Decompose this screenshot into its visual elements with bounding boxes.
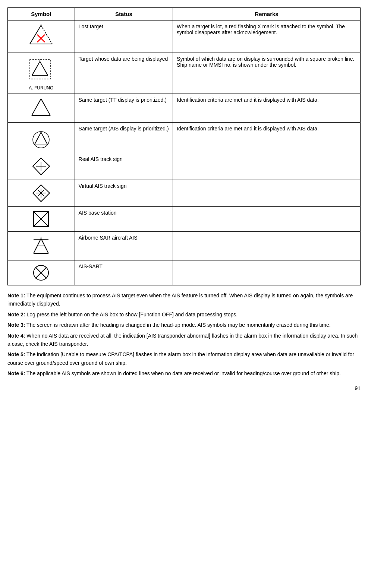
symbol-lost-target [8, 20, 75, 53]
note-3-label: Note 3: [7, 322, 25, 328]
note-4-text: When no AIS data are received at all, th… [7, 333, 358, 347]
table-row: AIS-SART [8, 260, 361, 285]
symbol-ais-base [8, 207, 75, 232]
note-1-label: Note 1: [7, 293, 25, 298]
note-1: Note 1: The equipment continues to proce… [7, 291, 361, 308]
svg-line-12 [32, 99, 41, 116]
status-real-ais: Real AIS track sign [75, 153, 173, 180]
note-3-text: The screen is redrawn after the heading … [25, 322, 330, 328]
note-4: Note 4: When no AIS data are received at… [7, 332, 361, 348]
status-ais-base: AIS base station [75, 207, 173, 232]
note-4-label: Note 4: [7, 333, 25, 339]
symbol-ais-sart [8, 260, 75, 285]
status-same-tt: Same target (TT display is prioritized.) [75, 94, 173, 123]
table-row: AIS base station [8, 207, 361, 232]
symbol-same-target-tt [8, 94, 75, 123]
note-6: Note 6: The applicable AIS symbols are s… [7, 369, 361, 377]
table-row: Airborne SAR aircraft AIS [8, 232, 361, 260]
table-row: Virtual AIS track sign [8, 180, 361, 207]
note-6-label: Note 6: [7, 370, 25, 376]
col-header-status: Status [75, 8, 173, 20]
status-airborne: Airborne SAR aircraft AIS [75, 232, 173, 260]
svg-line-1 [30, 25, 41, 44]
note-2-label: Note 2: [7, 312, 25, 317]
note-5-text: The indication [Unable to measure CPA/TC… [7, 351, 354, 366]
svg-line-8 [32, 61, 40, 75]
remarks-airborne [173, 232, 361, 260]
table-row: Same target (TT display is prioritized.)… [8, 94, 361, 123]
symbol-airborne-sar [8, 232, 75, 260]
remarks-lost-target: When a target is lot, a red flashing X m… [173, 20, 361, 53]
note-2-text: Log press the left button on the AIS box… [25, 312, 238, 317]
status-target-data: Target whose data are being displayed [75, 53, 173, 94]
svg-line-11 [41, 99, 50, 116]
remarks-same-ais: Identification criteria are met and it i… [173, 123, 361, 153]
note-2: Note 2: Log press the left button on the… [7, 310, 361, 319]
col-header-symbol: Symbol [8, 8, 75, 20]
note-6-text: The applicable AIS symbols are shown in … [25, 370, 340, 376]
svg-line-0 [41, 25, 52, 44]
notes-section: Note 1: The equipment continues to proce… [7, 291, 361, 378]
status-lost-target: Lost target [75, 20, 173, 53]
table-row: Same target (AIS display is prioritized.… [8, 123, 361, 153]
page-number: 91 [7, 385, 361, 391]
status-ais-sart: AIS-SART [75, 260, 173, 285]
svg-line-7 [40, 61, 48, 75]
col-header-remarks: Remarks [173, 8, 361, 20]
remarks-same-tt: Identification criteria are met and it i… [173, 94, 361, 123]
remarks-target-data: Symbol of which data are on display is s… [173, 53, 361, 94]
remarks-ais-sart [173, 260, 361, 285]
note-5: Note 5: The indication [Unable to measur… [7, 350, 361, 367]
status-virtual-ais: Virtual AIS track sign [75, 180, 173, 207]
remarks-real-ais [173, 153, 361, 180]
note-1-text: The equipment continues to process AIS t… [7, 293, 353, 307]
remarks-ais-base [173, 207, 361, 232]
note-3: Note 3: The screen is redrawn after the … [7, 321, 361, 329]
page-container: Symbol Status Remarks [7, 7, 361, 391]
note-5-label: Note 5: [7, 351, 25, 357]
remarks-virtual-ais [173, 180, 361, 207]
symbol-virtual-ais [8, 180, 75, 207]
table-row: Lost target When a target is lot, a red … [8, 20, 361, 53]
symbol-target-data: A. FURUNO [8, 53, 75, 94]
symbol-table: Symbol Status Remarks [7, 7, 361, 285]
symbol-real-ais [8, 153, 75, 180]
symbol-same-target-ais [8, 123, 75, 153]
svg-point-14 [33, 132, 49, 148]
status-same-ais: Same target (AIS display is prioritized.… [75, 123, 173, 153]
table-row: A. FURUNO Target whose data are being di… [8, 53, 361, 94]
furuno-label: A. FURUNO [12, 85, 71, 91]
table-row: Real AIS track sign [8, 153, 361, 180]
